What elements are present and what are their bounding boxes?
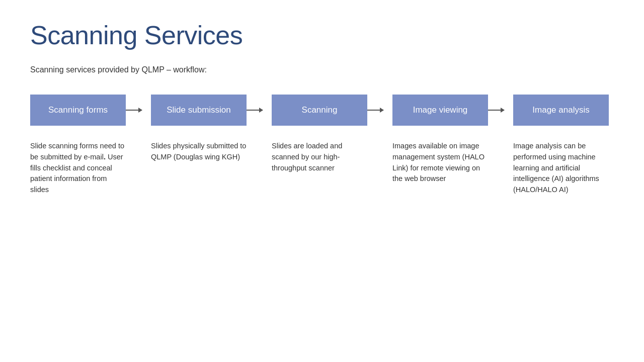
desc-slide-submission: Slides physically submitted to QLMP (Dou… <box>151 141 247 163</box>
step-scanning-forms: Scanning forms <box>30 95 126 126</box>
arrow-line-4 <box>488 110 504 111</box>
arrow-4 <box>488 110 513 111</box>
workflow-row: Scanning forms Slide submission Scanning… <box>30 95 614 126</box>
step-image-viewing: Image viewing <box>392 95 488 126</box>
desc-scanning-forms: Slide scanning forms need to be submitte… <box>30 141 126 196</box>
subtitle: Scanning services provided by QLMP – wor… <box>30 65 614 74</box>
step-slide-submission: Slide submission <box>151 95 247 126</box>
desc-image-analysis: Image analysis can be performed using ma… <box>513 141 609 196</box>
arrow-line-3 <box>367 110 383 111</box>
arrow-3 <box>367 110 392 111</box>
desc-scanning: Slides are loaded and scanned by our hig… <box>272 141 367 173</box>
desc-image-viewing: Images available on image management sys… <box>392 141 488 185</box>
page-title: Scanning Services <box>30 20 614 50</box>
desc-scanning-forms-bold: . <box>104 153 106 161</box>
arrow-1 <box>126 110 151 111</box>
page-container: Scanning Services Scanning services prov… <box>0 0 644 216</box>
step-scanning: Scanning <box>272 95 367 126</box>
arrow-line-2 <box>247 110 263 111</box>
descriptions-row: Slide scanning forms need to be submitte… <box>30 141 614 196</box>
arrow-2 <box>247 110 272 111</box>
arrow-line-1 <box>126 110 142 111</box>
step-image-analysis: Image analysis <box>513 95 609 126</box>
